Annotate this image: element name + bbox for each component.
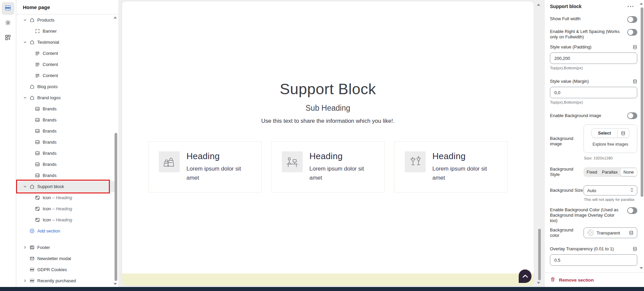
full-width-toggle[interactable]: [627, 16, 637, 23]
tree-item-recently-purchased[interactable]: Recently purchased: [18, 275, 115, 286]
tree-item-brands[interactable]: Brands: [18, 170, 115, 181]
chevron-down-icon[interactable]: [23, 184, 28, 189]
bg-style-option-fixed[interactable]: Fixed: [584, 168, 600, 176]
bg-color-toggle[interactable]: [627, 207, 637, 214]
card-text: Heading Lorem ipsum dolor sit amet: [309, 151, 375, 192]
preview-scrollbar-thumb[interactable]: [538, 229, 541, 280]
tree-item-testimonial[interactable]: Testimonial: [18, 37, 115, 48]
tree-item-label: Icon: [43, 195, 51, 200]
page-title: Home page: [16, 0, 118, 14]
tree-item-brands[interactable]: Brands: [18, 137, 115, 148]
tree-item-label: GDPR Cookies: [37, 267, 67, 272]
tree-item-newsletter-modal[interactable]: Newsletter modal: [18, 253, 115, 264]
bg-size-dropdown[interactable]: Auto: [584, 185, 637, 195]
support-card[interactable]: Heading Lorem ipsum dolor sit amet: [394, 141, 508, 192]
padding-label: Style value (Padding): [550, 44, 592, 50]
tree-item-label: Icon: [43, 206, 51, 211]
support-card[interactable]: Heading Lorem ipsum dolor sit amet: [271, 141, 385, 192]
explore-free-images-link[interactable]: Explore free images: [584, 142, 637, 147]
database-icon[interactable]: [633, 247, 637, 251]
card-text: Heading Lorem ipsum dolor sit amet: [186, 151, 252, 192]
chevron-spacer: [23, 256, 28, 261]
bg-image-dropzone[interactable]: Select Explore free images: [584, 124, 637, 153]
bg-image-toggle[interactable]: [627, 112, 637, 119]
tree-item-label: Brand logos: [37, 95, 60, 100]
database-icon[interactable]: [629, 230, 634, 235]
tree-item-brand-logos[interactable]: Brand logos: [18, 92, 115, 103]
chevron-spacer: [23, 206, 34, 212]
tree-item-content[interactable]: Content: [18, 59, 115, 70]
bg-size-label: Background Size: [550, 188, 584, 193]
tree-item-brands[interactable]: Brands: [18, 114, 115, 125]
bg-style-option-none[interactable]: None: [620, 168, 637, 176]
padding-help: Top(px),Bottom(px): [550, 66, 637, 70]
tree-item-label: Brands: [43, 117, 56, 122]
bg-image-size-text: Size: 1920x1280: [584, 156, 637, 160]
card-body: Lorem ipsum dolor sit amet: [432, 164, 498, 182]
tree-item-label: Banner: [43, 29, 57, 34]
tree-item-products[interactable]: Products: [18, 14, 115, 26]
tree-item-icon[interactable]: Icon– Heading: [18, 192, 115, 203]
settings-scroll-up-arrow[interactable]: [640, 3, 643, 5]
tree-item-content[interactable]: Content: [18, 70, 115, 81]
side-spacing-label: Enable Right & Left Spacing (Works only …: [550, 29, 620, 40]
overlay-transparency-input[interactable]: [550, 254, 637, 266]
text-icon: [34, 50, 40, 57]
database-icon[interactable]: [617, 129, 629, 138]
tree-item-brands[interactable]: Brands: [18, 103, 115, 114]
database-icon[interactable]: [633, 79, 637, 84]
chevron-spacer: [23, 106, 34, 112]
tree-item-label: Blog posts: [37, 84, 58, 89]
chevron-right-icon[interactable]: [23, 278, 28, 284]
chevron-down-icon[interactable]: [23, 95, 28, 101]
image-text-icon: [34, 206, 40, 212]
bottom-taskbar-edge: [0, 287, 644, 291]
margin-input[interactable]: [550, 87, 637, 98]
support-card[interactable]: Heading Lorem ipsum dolor sit amet: [148, 141, 262, 192]
settings-scrollbar-thumb[interactable]: [641, 7, 643, 197]
tree-item-brands[interactable]: Brands: [18, 148, 115, 159]
side-spacing-toggle[interactable]: [627, 29, 637, 36]
chevron-spacer: [23, 117, 34, 123]
ellipsis-menu-icon[interactable]: [627, 5, 635, 8]
tree-item-brands[interactable]: Brands: [18, 125, 115, 137]
database-icon[interactable]: [633, 45, 637, 49]
tree-item-gdpr-cookies[interactable]: GDPR Cookies: [18, 264, 115, 275]
tree-item-support-block[interactable]: Support block: [18, 181, 115, 192]
rail-sections-button[interactable]: [2, 2, 14, 15]
tree-item-icon[interactable]: Icon– Heading: [18, 214, 115, 225]
preview-scroll-up-arrow[interactable]: [537, 4, 540, 6]
tree-item-content[interactable]: Content: [18, 48, 115, 59]
rail-theme-settings-button[interactable]: [2, 17, 14, 30]
tree-item-icon[interactable]: Icon– Heading: [18, 203, 115, 214]
settings-scroll-down-arrow[interactable]: [640, 267, 643, 269]
image-icon: [34, 128, 40, 134]
section-icon: [29, 267, 35, 273]
chevron-down-icon[interactable]: [23, 40, 28, 45]
tree-item-label: Icon: [43, 217, 51, 222]
scroll-to-top-button[interactable]: [519, 269, 531, 283]
padding-input[interactable]: [550, 52, 637, 64]
chevron-spacer: [23, 217, 34, 223]
tree-item-banner[interactable]: Banner: [18, 26, 115, 37]
add-section-button[interactable]: Add section: [18, 225, 115, 237]
bg-color-field[interactable]: Transparent: [584, 227, 637, 238]
tree-item-blog-posts[interactable]: Blog posts: [18, 81, 115, 92]
tree-scroll-down-arrow[interactable]: [114, 283, 117, 285]
rail-apps-button[interactable]: [2, 32, 14, 44]
preview-scroll-down-arrow[interactable]: [537, 282, 540, 284]
tree-scrollbar-thumb[interactable]: [115, 133, 117, 281]
chevron-right-icon[interactable]: [23, 245, 28, 250]
tree-item-label: Testimonial: [37, 40, 59, 45]
remove-section-button[interactable]: Remove section: [545, 272, 644, 287]
bg-style-option-parallax[interactable]: Parallax: [600, 168, 620, 176]
image-icon: [34, 173, 40, 179]
bg-image-select-button[interactable]: Select: [592, 128, 629, 138]
tree-scroll-up-arrow[interactable]: [114, 16, 117, 19]
tree-item-label: Brands: [43, 151, 56, 156]
remove-section-label: Remove section: [559, 278, 594, 283]
tree-item-brands[interactable]: Brands: [18, 159, 115, 170]
chevron-down-icon[interactable]: [23, 17, 28, 23]
tree-item-footer[interactable]: Footer: [18, 242, 115, 253]
text-icon: [34, 73, 40, 79]
